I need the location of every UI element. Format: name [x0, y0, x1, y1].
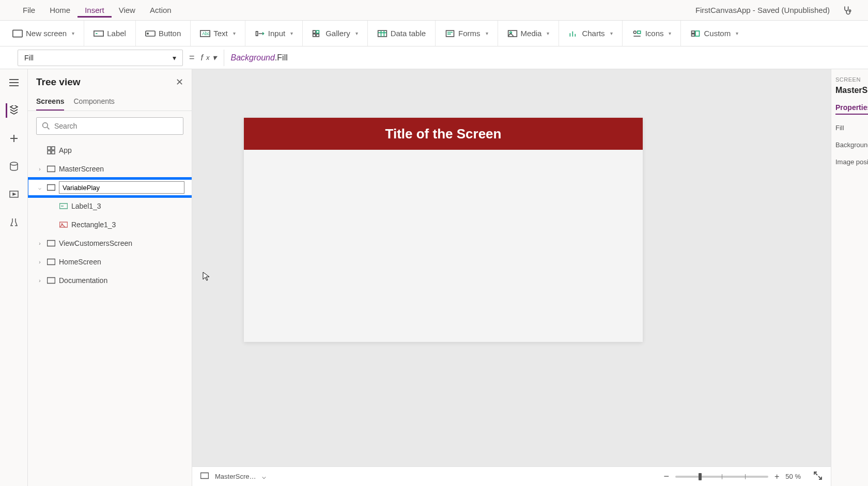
chevron-down-icon[interactable]: ⌵ — [36, 185, 43, 191]
close-icon[interactable]: ✕ — [176, 76, 183, 88]
tree-node-renaming[interactable]: ⌵ — [28, 178, 192, 197]
property-selector[interactable]: Fill ▾ — [18, 50, 183, 66]
zoom-slider-thumb[interactable] — [699, 473, 702, 480]
tree-node-viewcustomers[interactable]: › ViewCustomersScreen — [28, 234, 192, 253]
chevron-down-icon: ▾ — [355, 30, 358, 36]
property-row-image-position[interactable]: Image posit — [835, 158, 864, 166]
rename-input[interactable] — [59, 181, 184, 194]
search-box[interactable] — [36, 117, 183, 135]
label-icon — [59, 201, 68, 211]
tree-view-tabs: Screens Components — [28, 93, 192, 111]
svg-rect-27 — [48, 166, 55, 172]
tree-node-label: ViewCustomersScreen — [59, 239, 132, 247]
zoom-out-button[interactable]: − — [664, 471, 670, 482]
chevron-down-icon: ▾ — [212, 53, 216, 62]
media-icon — [507, 29, 518, 38]
menu-view[interactable]: View — [112, 3, 143, 18]
tree-view-title: Tree view — [36, 76, 81, 88]
ribbon-data-table[interactable]: Data table — [368, 21, 436, 46]
rail-tools[interactable] — [7, 215, 21, 229]
menu-action[interactable]: Action — [143, 3, 179, 18]
property-row-fill[interactable]: Fill — [835, 124, 864, 132]
tree-node-label-child[interactable]: Label1_3 — [28, 197, 192, 215]
tree-node-app[interactable]: App — [28, 141, 192, 160]
tab-properties[interactable]: Properties — [835, 103, 868, 115]
chevron-right-icon[interactable]: › — [36, 166, 43, 172]
text-icon: Abc — [200, 29, 210, 38]
screen-canvas[interactable]: Title of the Screen — [244, 118, 643, 342]
screen-icon — [47, 239, 56, 248]
chevron-down-icon[interactable]: ⌵ — [262, 473, 266, 480]
ribbon-charts[interactable]: Charts ▾ — [559, 21, 622, 46]
svg-rect-7 — [313, 30, 316, 33]
ribbon-gallery[interactable]: Gallery ▾ — [303, 21, 368, 46]
ribbon-charts-label: Charts — [582, 29, 605, 38]
ribbon-icons[interactable]: Icons ▾ — [623, 21, 681, 46]
chevron-down-icon: ▾ — [72, 30, 74, 36]
canvas-title-banner[interactable]: Title of the Screen — [244, 118, 643, 150]
tree-node-documentation[interactable]: › Documentation — [28, 271, 192, 290]
data-table-icon — [377, 29, 388, 38]
tree-node-label: Documentation — [59, 276, 107, 285]
ribbon-button[interactable]: Button — [136, 21, 191, 46]
property-row-background[interactable]: Background — [835, 141, 864, 149]
rail-hamburger[interactable] — [7, 75, 21, 90]
tree-node-homescreen[interactable]: › HomeScreen — [28, 253, 192, 271]
rail-media[interactable] — [7, 187, 21, 201]
fx-button[interactable]: fx ▾ — [201, 50, 225, 66]
svg-rect-17 — [692, 31, 695, 33]
svg-rect-10 — [317, 34, 319, 36]
gallery-icon — [312, 29, 322, 38]
tree-node-masterscreen[interactable]: › MasterScreen — [28, 160, 192, 178]
ribbon-custom[interactable]: Custom ▾ — [681, 21, 748, 46]
main-area: Tree view ✕ Screens Components App › Mas… — [0, 69, 868, 486]
screen-icon — [47, 183, 56, 192]
ribbon-input[interactable]: Input ▾ — [245, 21, 303, 46]
ribbon-forms[interactable]: Forms ▾ — [436, 21, 498, 46]
menu-file[interactable]: File — [16, 3, 42, 18]
ribbon-label[interactable]: Label — [84, 21, 136, 46]
app-icon — [47, 146, 56, 155]
search-input[interactable] — [54, 122, 178, 130]
tab-components[interactable]: Components — [73, 93, 114, 111]
zoom-value: 50 % — [785, 473, 801, 480]
property-selector-value: Fill — [24, 54, 34, 62]
tree-node-label: HomeScreen — [59, 258, 101, 266]
status-screen-name[interactable]: MasterScre… — [215, 473, 256, 480]
chevron-right-icon[interactable]: › — [36, 278, 43, 284]
menu-insert[interactable]: Insert — [78, 3, 112, 18]
canvas-area[interactable]: Title of the Screen MasterScre… ⌵ − + 50… — [192, 69, 831, 486]
svg-rect-18 — [692, 34, 695, 36]
svg-point-22 — [43, 123, 48, 128]
chevron-down-icon: ▾ — [486, 30, 488, 36]
chevron-down-icon: ▾ — [290, 30, 293, 36]
tab-screens[interactable]: Screens — [36, 93, 64, 111]
formula-input[interactable]: Background.Fill — [224, 53, 868, 62]
ribbon-data-table-label: Data table — [391, 29, 426, 38]
svg-rect-2 — [94, 31, 103, 36]
tree-list: App › MasterScreen ⌵ Label1_3 — [28, 141, 192, 486]
rail-tree-view[interactable] — [6, 103, 20, 118]
custom-icon — [690, 29, 701, 38]
zoom-in-button[interactable]: + — [774, 472, 779, 481]
rectangle-icon — [59, 220, 68, 229]
rail-data[interactable] — [7, 159, 21, 174]
screen-icon — [47, 276, 56, 285]
ribbon: New screen ▾ Label Button Abc Text ▾ Inp… — [0, 21, 868, 46]
tree-node-label: Rectangle1_3 — [71, 221, 116, 229]
ribbon-label-text: Label — [107, 29, 126, 38]
rail-insert[interactable] — [7, 131, 21, 146]
ribbon-media[interactable]: Media ▾ — [498, 21, 560, 46]
tree-node-rectangle-child[interactable]: Rectangle1_3 — [28, 215, 192, 234]
ribbon-new-screen[interactable]: New screen ▾ — [12, 21, 84, 46]
fit-to-window-button[interactable] — [813, 471, 823, 482]
chevron-right-icon[interactable]: › — [36, 241, 43, 246]
stethoscope-icon[interactable] — [842, 5, 853, 15]
menu-home[interactable]: Home — [42, 3, 78, 18]
svg-point-0 — [849, 10, 850, 11]
chevron-down-icon: ▾ — [173, 54, 176, 62]
svg-rect-23 — [48, 147, 51, 150]
chevron-right-icon[interactable]: › — [36, 259, 43, 265]
ribbon-text[interactable]: Abc Text ▾ — [191, 21, 245, 46]
zoom-slider[interactable] — [675, 476, 768, 478]
